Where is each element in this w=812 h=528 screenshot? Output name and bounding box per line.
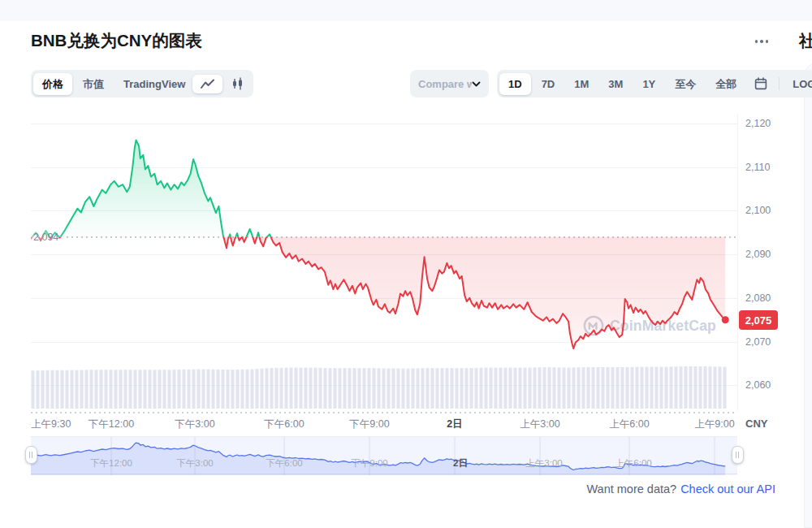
api-promo: Want more data?Check out our API	[586, 483, 775, 496]
x-axis-label: 下午3:00	[175, 418, 214, 431]
candlestick-icon[interactable]	[224, 73, 251, 94]
bnb-cny-chart-page: BNB兑换为CNY的图表 社 价格市值TradingView Compare w…	[0, 0, 812, 528]
y-axis-label: 2,120	[745, 117, 771, 130]
y-axis-label: 2,090	[745, 248, 771, 261]
x-axis-label: 下午9:00	[349, 418, 389, 431]
x-axis-label: 上午6:00	[609, 418, 649, 431]
y-axis-label: 2,080	[745, 292, 771, 305]
range-button-3m[interactable]: 3M	[599, 73, 632, 95]
x-axis-label: 2日	[447, 418, 462, 431]
range-selector-group: 1D7D1M3M1Y至今全部LOG	[497, 70, 812, 97]
chart-type-group	[190, 70, 253, 97]
top-strip	[0, 0, 812, 21]
navigator-left-handle[interactable]	[25, 446, 37, 464]
range-divider	[779, 77, 780, 90]
calendar-icon[interactable]	[747, 73, 775, 94]
x-axis-label: 下午6:00	[264, 418, 304, 431]
current-price-badge: 2,075	[739, 310, 778, 330]
range-button-ytd[interactable]: 至今	[666, 73, 705, 95]
line-chart-icon[interactable]	[192, 75, 222, 93]
range-button-1y[interactable]: 1Y	[633, 73, 664, 95]
range-button-all[interactable]: 全部	[706, 73, 745, 95]
y-axis-label: 2,070	[745, 335, 771, 348]
navigator-label: 下午9:00	[351, 457, 387, 470]
view-tab-tradingview[interactable]: TradingView	[114, 73, 194, 95]
compare-label: Compare w	[418, 78, 472, 90]
api-promo-text: Want more data?	[586, 483, 676, 496]
navigator-label: 下午12:00	[90, 457, 132, 470]
compare-dropdown[interactable]: Compare w	[410, 70, 489, 97]
navigator-label: 上午6:00	[615, 457, 651, 470]
x-axis-label: 上午9:30	[31, 418, 71, 431]
x-axis-label: 上午9:00	[694, 418, 734, 431]
y-axis-label: 2,100	[745, 204, 771, 217]
range-button-log[interactable]: LOG	[784, 73, 812, 95]
navigator-label: 2日	[453, 457, 468, 470]
api-link[interactable]: Check out our API	[680, 483, 775, 496]
view-tab-group: 价格市值TradingView	[31, 70, 197, 97]
chevron-down-icon	[472, 81, 481, 87]
open-price-label: 2,094	[33, 232, 58, 243]
range-button-1d[interactable]: 1D	[499, 73, 531, 95]
x-axis-label: 上午3:00	[520, 418, 559, 431]
side-card-edge	[804, 63, 812, 528]
x-axis-line	[31, 412, 737, 413]
community-tab-partial[interactable]: 社	[799, 30, 812, 52]
ellipsis-icon[interactable]	[750, 34, 773, 49]
x-axis-label: 下午12:00	[89, 418, 134, 431]
range-button-7d[interactable]: 7D	[533, 73, 564, 95]
y-axis-label: 2,110	[745, 161, 770, 174]
y-axis-label: 2,060	[745, 379, 771, 392]
view-tab-price[interactable]: 价格	[33, 73, 72, 95]
page-title: BNB兑换为CNY的图表	[31, 29, 202, 52]
navigator-label: 下午3:00	[176, 457, 213, 470]
view-tab-market-cap[interactable]: 市值	[74, 73, 113, 95]
navigator-label: 下午6:00	[266, 457, 302, 470]
range-button-1m[interactable]: 1M	[565, 73, 598, 95]
y-axis-unit-label: CNY	[745, 418, 767, 430]
navigator-right-handle[interactable]	[732, 446, 744, 464]
plot-right-border	[737, 114, 738, 410]
price-chart-plot[interactable]	[31, 114, 737, 410]
navigator-label: 上午3:00	[525, 457, 562, 470]
